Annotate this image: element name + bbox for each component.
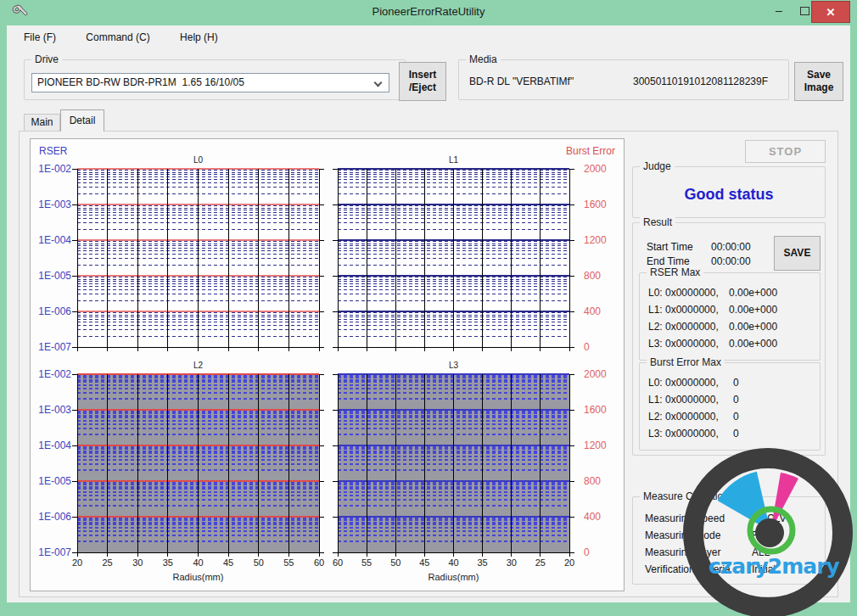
rser-max-row-label: L1: 0x0000000, xyxy=(648,304,719,316)
rser-max-row-label: L3: 0x0000000, xyxy=(648,338,719,350)
burst-error-axis-label: Burst Error xyxy=(566,145,615,157)
rser-tick-label: 1E-004 xyxy=(32,234,71,246)
tab-main[interactable]: Main xyxy=(24,114,60,131)
chart-title-l1: L1 xyxy=(433,155,475,165)
save-image-button[interactable]: Save Image xyxy=(794,62,843,101)
burst-error-tick-label: 800 xyxy=(584,475,621,487)
rser-tick-label: 1E-003 xyxy=(32,199,71,210)
radius-axis-label: Radius(mm) xyxy=(165,572,232,582)
save-button[interactable]: SAVE xyxy=(774,236,821,271)
menu-bar: File (F) Command (C) Help (H) xyxy=(20,30,242,47)
burst-max-row-label: L1: 0x0000000, xyxy=(648,394,719,406)
burst-error-tick-label: 2000 xyxy=(584,163,621,175)
start-time-label: Start Time xyxy=(647,241,693,253)
measure-row-value: 2X CLV xyxy=(752,512,786,524)
rser-max-group: RSER Max L0: 0x0000000, 0.00e+000 L1: 0x… xyxy=(639,272,821,361)
burst-max-row-value: 0 xyxy=(733,428,739,440)
stop-button[interactable]: STOP xyxy=(745,140,826,163)
drive-combobox[interactable]: PIONEER BD-RW BDR-PR1M 1.65 16/10/05 xyxy=(31,73,389,92)
measure-row-label: Verification Criteria xyxy=(645,563,731,575)
burst-error-tick-label: 1200 xyxy=(584,234,621,246)
radius-tick-label: 30 xyxy=(500,557,524,568)
burst-error-max-group: Burst Error Max L0: 0x0000000, 0 L1: 0x0… xyxy=(639,362,821,451)
drive-selected-value: PIONEER BD-RW BDR-PR1M 1.65 16/10/05 xyxy=(37,76,244,88)
radius-tick-label: 55 xyxy=(277,557,300,568)
rser-max-row-value: 0.00e+000 xyxy=(729,304,777,316)
result-group: Result Start Time 00:00:00 End Time 00:0… xyxy=(632,222,826,456)
judge-group: Judge Good status xyxy=(632,166,826,218)
insert-eject-button[interactable]: Insert /Eject xyxy=(399,62,446,101)
burst-error-tick-label: 1600 xyxy=(584,199,621,210)
rser-tick-label: 1E-002 xyxy=(32,163,71,175)
radius-tick-label: 40 xyxy=(442,557,466,568)
radius-tick-label: 50 xyxy=(247,557,271,568)
measure-condition-group: Measure Condition Measuring Speed 2X CLV… xyxy=(632,496,826,585)
radius-tick-label: 55 xyxy=(355,557,378,568)
rser-tick-label: 1E-007 xyxy=(32,341,71,353)
radius-tick-label: 60 xyxy=(326,557,350,568)
media-group-label: Media xyxy=(466,53,501,65)
rser-max-row-value: 0.00e+000 xyxy=(729,338,777,350)
rser-tick-label: 1E-005 xyxy=(32,270,71,282)
measure-row-label: Measuring Layer xyxy=(645,546,720,558)
save-image-line2: Image xyxy=(795,81,843,94)
start-time-value: 00:00:00 xyxy=(711,241,751,253)
drive-group: Drive PIONEER BD-RW BDR-PR1M 1.65 16/10/… xyxy=(24,59,406,100)
rser-tick-label: 1E-007 xyxy=(32,546,71,558)
chart-title-l0: L0 xyxy=(177,155,220,165)
radius-tick-label: 20 xyxy=(65,557,89,568)
media-serial: 30050110191012081128239F xyxy=(633,76,768,87)
burst-error-tick-label: 400 xyxy=(584,305,621,317)
rser-axis-label: RSER xyxy=(39,145,67,157)
rser-tick-label: 1E-006 xyxy=(32,305,71,317)
burst-max-row-value: 0 xyxy=(733,394,739,406)
burst-max-row-value: 0 xyxy=(733,411,739,423)
burst-error-tick-label: 400 xyxy=(584,511,621,523)
judge-status-text: Good status xyxy=(633,186,825,204)
insert-eject-line2: /Eject xyxy=(400,81,445,94)
rser-max-label: RSER Max xyxy=(647,266,703,278)
rser-max-row-label: L2: 0x0000000, xyxy=(648,321,719,333)
client-area: File (F) Command (C) Help (H) Drive PION… xyxy=(7,25,850,602)
menu-help[interactable]: Help (H) xyxy=(176,30,221,45)
minimize-button[interactable]: – xyxy=(766,0,792,22)
rser-max-row-value: 0.00e+000 xyxy=(729,287,777,299)
burst-max-row-label: L0: 0x0000000, xyxy=(648,377,719,389)
burst-max-row-label: L2: 0x0000000, xyxy=(648,411,719,423)
burst-error-tick-label: 800 xyxy=(584,270,621,282)
burst-error-tick-label: 0 xyxy=(584,546,621,558)
end-time-label: End Time xyxy=(647,255,690,267)
close-icon: ✕ xyxy=(826,6,836,19)
result-group-label: Result xyxy=(640,216,675,228)
rser-tick-label: 1E-004 xyxy=(32,440,71,451)
radius-tick-label: 25 xyxy=(96,557,120,568)
burst-error-max-label: Burst Error Max xyxy=(647,356,725,368)
measure-row-label: Measuring Speed xyxy=(645,512,725,524)
menu-file[interactable]: File (F) xyxy=(20,30,59,45)
rser-tick-label: 1E-005 xyxy=(32,475,71,487)
burst-max-row-value: 0 xyxy=(733,377,739,389)
tab-detail[interactable]: Detail xyxy=(60,109,104,132)
window-title: PioneerErrorRateUtility xyxy=(0,0,857,24)
chart-l3 xyxy=(333,373,574,558)
measure-row-value: Initial xyxy=(752,563,776,575)
menu-command[interactable]: Command (C) xyxy=(82,30,153,45)
media-type: BD-R DL "VERBATIMf" xyxy=(469,76,574,87)
rser-tick-label: 1E-002 xyxy=(32,368,71,380)
chart-title-l3: L3 xyxy=(433,361,475,370)
rser-tick-label: 1E-003 xyxy=(32,404,71,416)
measure-row-label: Measuring Mode xyxy=(645,529,720,541)
close-button[interactable]: ✕ xyxy=(811,1,850,23)
chart-l1 xyxy=(333,168,574,353)
chart-panel: RSER Burst Error L0L1L2L31E-00220001E-00… xyxy=(30,138,625,591)
radius-axis-label: Radius(mm) xyxy=(420,572,488,582)
radius-tick-label: 50 xyxy=(384,557,407,568)
rser-max-row-value: 0.00e+000 xyxy=(729,321,777,333)
rser-tick-label: 1E-006 xyxy=(32,511,71,523)
radius-tick-label: 45 xyxy=(412,557,436,568)
media-group: Media BD-R DL "VERBATIMf" 30050110191012… xyxy=(458,59,789,100)
radius-tick-label: 35 xyxy=(156,557,180,568)
burst-max-row-label: L3: 0x0000000, xyxy=(648,428,719,440)
radius-tick-label: 30 xyxy=(126,557,149,568)
burst-error-tick-label: 1600 xyxy=(584,404,621,416)
